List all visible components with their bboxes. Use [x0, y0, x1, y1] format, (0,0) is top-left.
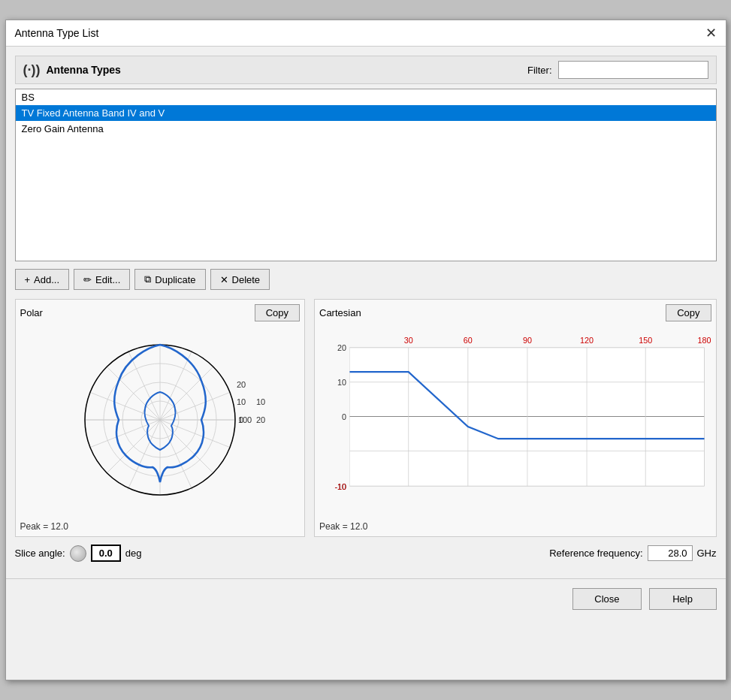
- antenna-type-list-window: Antenna Type List ✕ (·)) Antenna Types F…: [5, 20, 726, 680]
- slice-angle-knob[interactable]: [70, 545, 86, 562]
- antenna-type-listbox[interactable]: BS TV Fixed Antenna Band IV and V Zero G…: [15, 89, 717, 261]
- window-title: Antenna Type List: [15, 27, 99, 39]
- antenna-icon: (·)): [23, 62, 41, 78]
- antenna-types-heading: Antenna Types: [46, 64, 120, 76]
- svg-text:20: 20: [237, 380, 246, 389]
- svg-text:20: 20: [337, 343, 346, 352]
- charts-row: Polar Copy: [15, 299, 717, 537]
- bottom-controls: Slice angle: 0.0 deg Reference frequency…: [15, 545, 717, 562]
- cartesian-chart-header: Cartesian Copy: [319, 304, 711, 321]
- slice-unit: deg: [125, 548, 142, 559]
- svg-text:10: 10: [256, 397, 265, 406]
- close-window-button[interactable]: ✕: [705, 26, 717, 40]
- duplicate-label: Duplicate: [155, 274, 195, 285]
- plus-icon: +: [25, 274, 31, 285]
- header-row: (·)) Antenna Types Filter:: [15, 56, 717, 84]
- delete-button[interactable]: ✕ Delete: [210, 269, 270, 290]
- svg-text:90: 90: [523, 336, 532, 345]
- cartesian-svg: 30 60 90 120 150 180 20 10 0: [319, 324, 711, 516]
- slice-label: Slice angle:: [15, 548, 65, 559]
- cartesian-chart-panel: Cartesian Copy: [314, 299, 717, 537]
- filter-row: Filter:: [527, 61, 708, 79]
- svg-text:20: 20: [256, 415, 265, 424]
- toolbar: + Add... ✏ Edit... ⧉ Duplicate ✕ Delete: [15, 269, 717, 290]
- polar-copy-button[interactable]: Copy: [255, 304, 300, 321]
- pencil-icon: ✏: [83, 274, 92, 285]
- svg-text:10: 10: [337, 378, 346, 387]
- svg-text:150: 150: [639, 336, 652, 345]
- filter-input[interactable]: [558, 61, 708, 79]
- delete-label: Delete: [232, 274, 261, 285]
- edit-button[interactable]: ✏ Edit...: [74, 269, 130, 290]
- svg-text:10: 10: [237, 397, 246, 406]
- footer-buttons: Close Help: [6, 578, 726, 619]
- add-button[interactable]: + Add...: [15, 269, 70, 290]
- svg-text:-10: -10: [334, 482, 346, 491]
- polar-chart-header: Polar Copy: [20, 304, 301, 321]
- cartesian-peak-label: Peak = 12.0: [319, 521, 711, 532]
- edit-label: Edit...: [95, 274, 120, 285]
- frequency-group: Reference frequency: GHz: [549, 545, 716, 561]
- svg-text:0: 0: [247, 415, 252, 424]
- duplicate-button[interactable]: ⧉ Duplicate: [134, 269, 205, 290]
- help-button[interactable]: Help: [649, 588, 717, 610]
- freq-unit: GHz: [697, 548, 717, 559]
- freq-label: Reference frequency:: [549, 548, 642, 559]
- svg-text:60: 60: [464, 336, 473, 345]
- polar-chart: 20 10 10 0 0 10 20: [55, 324, 265, 520]
- list-item[interactable]: TV Fixed Antenna Band IV and V: [16, 105, 716, 121]
- svg-text:0: 0: [342, 412, 346, 421]
- list-item[interactable]: BS: [16, 89, 716, 105]
- cartesian-chart-title: Cartesian: [319, 307, 361, 318]
- svg-text:120: 120: [580, 336, 594, 345]
- polar-svg: 20 10 10 0 0 10 20: [55, 324, 265, 516]
- x-icon: ✕: [220, 274, 228, 285]
- polar-peak-label: Peak = 12.0: [20, 521, 301, 532]
- filter-label: Filter:: [527, 65, 552, 76]
- polar-chart-title: Polar: [20, 307, 43, 318]
- freq-input[interactable]: [648, 545, 693, 561]
- svg-text:0: 0: [239, 415, 243, 424]
- polar-chart-panel: Polar Copy: [15, 299, 306, 537]
- list-item[interactable]: Zero Gain Antenna: [16, 121, 716, 137]
- svg-text:180: 180: [698, 336, 711, 345]
- title-bar: Antenna Type List ✕: [6, 20, 726, 47]
- slice-angle-value: 0.0: [91, 545, 121, 562]
- svg-text:30: 30: [404, 336, 413, 345]
- antenna-types-label: (·)) Antenna Types: [23, 62, 121, 78]
- duplicate-icon: ⧉: [144, 273, 151, 285]
- slice-group: Slice angle: 0.0 deg: [15, 545, 142, 562]
- add-label: Add...: [34, 274, 59, 285]
- cartesian-copy-button[interactable]: Copy: [666, 304, 711, 321]
- cartesian-chart: 30 60 90 120 150 180 20 10 0: [319, 324, 711, 520]
- close-button[interactable]: Close: [572, 588, 641, 610]
